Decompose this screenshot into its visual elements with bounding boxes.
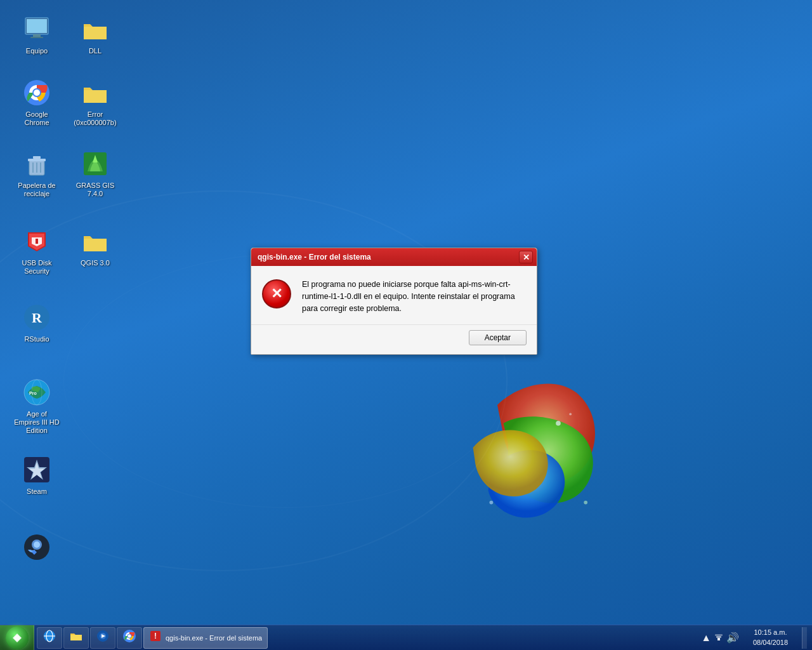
tray-icons: ▲ 🔊 [698, 632, 742, 644]
svg-rect-45 [717, 638, 720, 640]
desktop-icon-chrome[interactable]: Google Chrome [11, 75, 62, 129]
svg-rect-6 [33, 34, 41, 37]
chrome-taskbar-icon [122, 629, 136, 646]
start-button[interactable] [0, 625, 34, 651]
desktop-icon-steam[interactable] [11, 529, 62, 567]
desktop-icon-usb-security[interactable]: USB Disk Security [11, 223, 62, 278]
folder-dll-icon [80, 14, 110, 44]
taskbar-right: ▲ 🔊 10:15 a.m. 08/04/2018 [693, 627, 812, 649]
taskbar-items: ! qgis-bin.exe - Error del sistema [34, 625, 693, 650]
desktop: Equipo DLL Google Chrome [0, 0, 812, 650]
taskbar: ! qgis-bin.exe - Error del sistema ▲ 🔊 [0, 625, 812, 650]
aoe-icon [22, 454, 52, 485]
chrome-label: Google Chrome [14, 110, 60, 127]
svg-text:R: R [32, 310, 43, 326]
svg-point-11 [34, 90, 40, 96]
show-desktop-button[interactable] [802, 627, 807, 649]
dll-label: DLL [89, 47, 102, 55]
tray-volume-icon[interactable]: 🔊 [726, 632, 739, 644]
qgis-icon [80, 226, 110, 256]
svg-rect-47 [715, 634, 723, 636]
dialog-titlebar: qgis-bin.exe - Error del sistema ✕ [251, 248, 537, 266]
svg-point-42 [128, 635, 131, 638]
recycle-bin-icon [22, 149, 52, 179]
papelera-label: Papelera de reciclaje [14, 182, 60, 198]
dialog-body: ✕ El programa no puede iniciarse porque … [251, 266, 537, 324]
grass-gis-icon [80, 149, 110, 179]
desktop-icon-grass[interactable]: GRASS GIS 7.4.0 [70, 146, 121, 201]
usb-security-label: USB Disk Security [14, 259, 60, 275]
qgis-label: QGIS 3.0 [81, 259, 110, 267]
clock[interactable]: 10:15 a.m. 08/04/2018 [747, 627, 794, 649]
clock-date: 08/04/2018 [753, 638, 788, 647]
svg-point-1 [569, 413, 572, 415]
usb-security-icon [22, 226, 52, 256]
dialog-ok-button[interactable]: Aceptar [469, 330, 527, 345]
desktop-icon-qgis[interactable]: QGIS 3.0 [70, 223, 121, 270]
dialog-footer: Aceptar [251, 324, 537, 354]
svg-text:Pro: Pro [29, 391, 37, 395]
error-circle-icon: ✕ [262, 279, 291, 308]
svg-rect-21 [36, 241, 38, 244]
computer-icon [22, 14, 52, 44]
taskbar-item-ie[interactable] [37, 627, 62, 649]
error-dialog: qgis-bin.exe - Error del sistema ✕ ✕ El … [251, 248, 537, 355]
svg-point-32 [15, 635, 20, 640]
dialog-title: qgis-bin.exe - Error del sistema [258, 253, 519, 262]
svg-point-31 [34, 541, 40, 548]
folder-error-icon [80, 77, 110, 108]
dialog-taskbar-icon: ! [149, 630, 162, 646]
tray-network-icon[interactable] [714, 632, 724, 644]
steam-icon [22, 532, 52, 562]
start-orb [6, 627, 29, 649]
desktop-icon-aoe[interactable]: Steam [11, 452, 62, 498]
svg-rect-7 [30, 37, 43, 38]
svg-point-2 [584, 501, 587, 505]
svg-rect-20 [36, 239, 38, 241]
svg-rect-14 [33, 156, 41, 159]
rstudio-icon: R [22, 302, 52, 333]
error-dll-label: Error (0xc000007b) [72, 110, 118, 127]
svg-point-3 [490, 501, 494, 505]
equipo-label: Equipo [26, 47, 48, 55]
google-earth-label: Age of Empires III HD Edition [14, 410, 60, 435]
dialog-taskbar-label: qgis-bin.exe - Error del sistema [166, 634, 262, 642]
desktop-icon-rstudio[interactable]: R RStudio [11, 300, 62, 346]
explorer-taskbar-icon [69, 629, 83, 646]
error-x-symbol: ✕ [271, 287, 282, 301]
aoe-label: Steam [27, 488, 47, 496]
desktop-icon-earth[interactable]: Pro Age of Empires III HD Edition [11, 375, 62, 438]
tray-up-arrow[interactable]: ▲ [701, 632, 711, 644]
desktop-icon-papelera[interactable]: Papelera de reciclaje [11, 146, 62, 201]
desktop-icon-dll[interactable]: DLL [70, 11, 121, 58]
taskbar-item-chrome[interactable] [117, 627, 142, 649]
svg-rect-13 [28, 159, 46, 161]
taskbar-item-media[interactable] [90, 627, 115, 649]
taskbar-item-dialog[interactable]: ! qgis-bin.exe - Error del sistema [143, 627, 268, 649]
windows-logo [345, 314, 650, 618]
desktop-icon-equipo[interactable]: Equipo [11, 11, 62, 58]
svg-point-0 [556, 421, 561, 426]
ie-taskbar-icon [43, 629, 56, 646]
desktop-icon-error-dll[interactable]: Error (0xc000007b) [70, 75, 121, 129]
grass-label: GRASS GIS 7.4.0 [72, 182, 118, 198]
rstudio-label: RStudio [24, 335, 49, 343]
dialog-error-icon: ✕ [261, 279, 292, 309]
google-earth-icon: Pro [22, 377, 52, 408]
clock-time: 10:15 a.m. [754, 628, 787, 637]
dialog-message-text: El programa no puede iniciarse porque fa… [302, 279, 527, 314]
dialog-close-button[interactable]: ✕ [519, 251, 533, 263]
svg-text:!: ! [154, 632, 157, 640]
media-taskbar-icon [96, 629, 110, 646]
chrome-icon [22, 77, 52, 108]
svg-rect-5 [27, 19, 47, 33]
svg-rect-46 [716, 636, 721, 638]
taskbar-item-explorer[interactable] [63, 627, 89, 649]
